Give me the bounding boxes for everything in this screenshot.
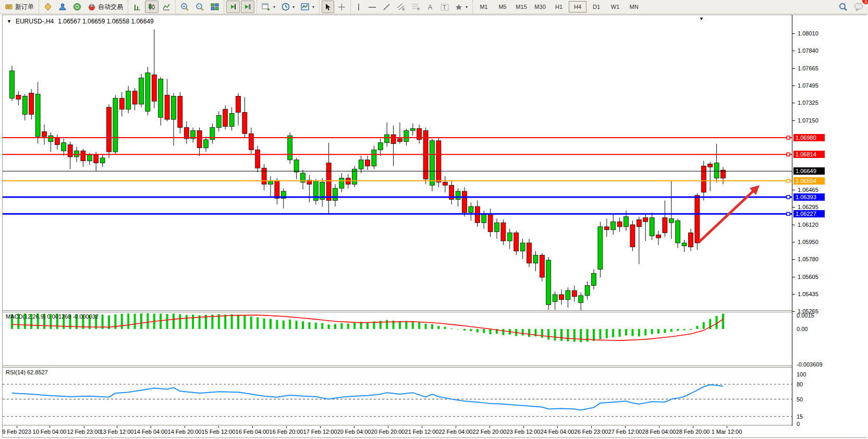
vertical-line-button[interactable] bbox=[353, 1, 364, 13]
time-label[interactable]: 20 Feb 04:00 bbox=[337, 429, 371, 435]
timeframe-m30[interactable]: M30 bbox=[531, 1, 549, 13]
timeframe-h1[interactable]: H1 bbox=[550, 1, 568, 13]
period-button[interactable]: ▾ bbox=[279, 1, 297, 13]
chart-shift-button[interactable] bbox=[241, 1, 254, 13]
equidistant-channel-button[interactable]: E bbox=[394, 1, 408, 13]
time-label[interactable]: 12 Feb 23:00 bbox=[67, 429, 101, 435]
candle-body bbox=[669, 218, 674, 223]
candle-body bbox=[107, 107, 112, 152]
trendline-button[interactable] bbox=[380, 1, 393, 13]
zoom-in-icon bbox=[180, 3, 189, 11]
symbol-dropdown-icon[interactable]: ▼ bbox=[7, 19, 11, 24]
rsi-panel-divider[interactable] bbox=[3, 365, 866, 368]
crosshair-button[interactable] bbox=[335, 1, 348, 13]
zoom-out-button[interactable] bbox=[193, 1, 207, 13]
time-label[interactable]: 23 Feb 12:00 bbox=[507, 429, 541, 435]
candle-body bbox=[359, 160, 363, 169]
candle-body bbox=[62, 143, 66, 151]
horizontal-line-button[interactable] bbox=[365, 1, 379, 13]
candle-body bbox=[566, 290, 570, 299]
candle-body bbox=[139, 78, 144, 104]
bar-chart-button[interactable] bbox=[130, 1, 144, 13]
timeframe-m15[interactable]: M15 bbox=[512, 1, 530, 13]
time-label[interactable]: 27 Feb 12:00 bbox=[608, 429, 642, 435]
price-line-handle bbox=[787, 196, 790, 199]
time-label[interactable]: 22 Feb 20:00 bbox=[473, 429, 507, 435]
arrows-button[interactable]: ▾ bbox=[453, 1, 470, 13]
text-label-button[interactable]: T bbox=[438, 1, 451, 13]
templates-button[interactable]: ▾ bbox=[298, 1, 317, 13]
time-label[interactable]: 24 Feb 04:00 bbox=[541, 429, 574, 435]
time-label[interactable]: 26 Feb 23:00 bbox=[574, 429, 608, 435]
market-button[interactable] bbox=[41, 1, 55, 13]
new-order-button[interactable]: 新订单 bbox=[2, 1, 36, 13]
bar-chart-icon bbox=[133, 3, 141, 11]
candle-body bbox=[410, 129, 415, 131]
candle-body bbox=[172, 96, 176, 119]
timeframe-d1[interactable]: D1 bbox=[588, 1, 605, 13]
candle-body bbox=[546, 260, 551, 304]
candlestick-chart-button[interactable] bbox=[145, 1, 158, 13]
time-label[interactable]: 10 Feb 04:00 bbox=[33, 429, 67, 435]
text-label-icon: T bbox=[441, 3, 449, 11]
candle-body bbox=[294, 160, 299, 172]
candle-body bbox=[656, 235, 661, 238]
community-button[interactable] bbox=[56, 1, 69, 13]
candle-body bbox=[701, 166, 706, 192]
market-icon bbox=[44, 3, 52, 11]
time-label[interactable]: 1 Mar 12:00 bbox=[712, 429, 742, 435]
notifications-button[interactable]: 1 bbox=[851, 1, 866, 13]
price-axis[interactable]: 1.080101.078401.076651.074951.073251.071… bbox=[792, 15, 867, 437]
chart-plot[interactable] bbox=[3, 15, 866, 437]
candle-body bbox=[100, 158, 105, 163]
time-label[interactable]: 16 Feb 20:00 bbox=[270, 429, 303, 435]
time-label[interactable]: 13 Feb 12:00 bbox=[100, 429, 134, 435]
time-tick bbox=[490, 426, 490, 428]
time-tick bbox=[17, 426, 17, 428]
zoom-in-button[interactable] bbox=[178, 1, 192, 13]
time-label[interactable]: 15 Feb 12:00 bbox=[202, 429, 236, 435]
time-label[interactable]: 28 Feb 20:00 bbox=[676, 429, 710, 435]
timeframe-mn[interactable]: MN bbox=[625, 1, 643, 13]
timeframe-m5[interactable]: M5 bbox=[494, 1, 511, 13]
candle-body bbox=[249, 133, 253, 150]
time-axis[interactable]: 9 Feb 202310 Feb 04:0012 Feb 23:0013 Feb… bbox=[3, 426, 866, 437]
time-tick bbox=[320, 426, 321, 428]
chat-bubble-icon bbox=[854, 3, 863, 11]
time-label[interactable]: 16 Feb 04:00 bbox=[236, 429, 270, 435]
candle-body bbox=[126, 91, 131, 109]
auto-trading-label: 自动交易 bbox=[98, 3, 123, 11]
svg-text:E: E bbox=[402, 7, 405, 11]
auto-scroll-button[interactable] bbox=[226, 1, 240, 13]
chart-shift-marker[interactable]: ▼ bbox=[699, 16, 704, 21]
fibonacci-icon: F bbox=[412, 3, 421, 11]
candle-body bbox=[10, 71, 15, 98]
timeframe-h4[interactable]: H4 bbox=[569, 1, 586, 13]
time-label[interactable]: 14 Feb 20:00 bbox=[168, 429, 202, 435]
macd-panel-divider[interactable] bbox=[3, 310, 866, 312]
timeframe-m1[interactable]: M1 bbox=[475, 1, 493, 13]
time-label[interactable]: 9 Feb 2023 bbox=[2, 429, 31, 435]
time-label[interactable]: 21 Feb 12:00 bbox=[405, 429, 439, 435]
horizontal-line-icon bbox=[368, 3, 376, 11]
fibonacci-button[interactable]: F bbox=[409, 1, 423, 13]
cursor-button[interactable] bbox=[322, 1, 334, 13]
search-button[interactable] bbox=[836, 1, 850, 13]
auto-trading-button[interactable]: 自动交易 bbox=[85, 1, 126, 13]
candle-body bbox=[579, 296, 583, 303]
news-button[interactable] bbox=[70, 1, 84, 13]
tile-windows-button[interactable] bbox=[208, 1, 222, 13]
line-chart-button[interactable] bbox=[160, 1, 173, 13]
time-label[interactable]: 22 Feb 04:00 bbox=[439, 429, 473, 435]
time-label[interactable]: 17 Feb 12:00 bbox=[303, 429, 337, 435]
time-label[interactable]: 20 Feb 20:00 bbox=[371, 429, 405, 435]
timeframe-w1[interactable]: W1 bbox=[606, 1, 624, 13]
time-label[interactable]: 28 Feb 04:00 bbox=[642, 429, 676, 435]
new-chart-button[interactable]: ▾ bbox=[259, 1, 278, 13]
candle-body bbox=[223, 109, 228, 127]
candle-body bbox=[165, 95, 169, 119]
text-button[interactable]: A bbox=[424, 1, 437, 13]
time-label[interactable]: 14 Feb 04:00 bbox=[134, 429, 168, 435]
price-line-handle bbox=[787, 136, 790, 139]
price-level-badge: 1.06554 bbox=[793, 177, 825, 185]
